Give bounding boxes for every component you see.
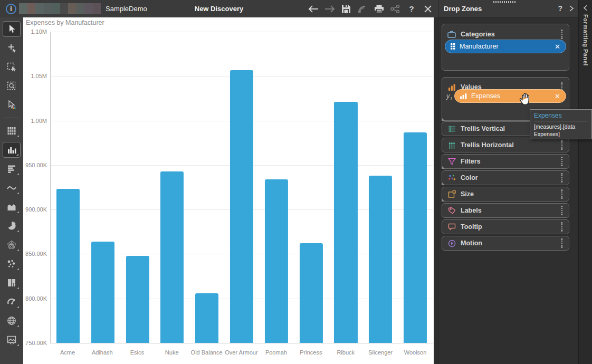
size-icon [447,190,456,198]
y-axis-tick-label: 1.05M [31,73,47,79]
tooltip-zone[interactable]: Tooltip [442,219,569,234]
back-icon[interactable] [308,3,319,15]
manufacturer-field-chip[interactable]: Manufacturer ✕ [445,40,566,53]
motion-kebab-icon[interactable] [558,238,566,247]
x-axis-label: Acme [50,349,85,357]
size-kebab-icon[interactable] [558,189,566,198]
expenses-remove-icon[interactable]: ✕ [555,93,560,100]
trellis-horizontal-icon [447,141,456,149]
line-chart-icon[interactable] [3,180,21,196]
forward-icon[interactable] [324,3,336,15]
labels-icon [447,206,456,215]
bar-ribuck[interactable] [334,102,357,343]
redacted-block [35,3,44,14]
help-icon[interactable]: ? [406,3,417,15]
values-icon [447,83,456,91]
panel-help-icon[interactable]: ? [558,4,562,13]
size-zone[interactable]: Size [442,187,569,202]
info-icon[interactable]: i [6,4,16,14]
horizontal-bar-chart-icon[interactable] [3,161,21,177]
filters-zone[interactable]: Filters [442,154,569,169]
categories-menu-kebab-icon[interactable] [558,30,566,39]
color-zone[interactable]: Color [442,170,569,185]
redacted-block [68,3,77,14]
y-axis-tick-label: 950.00K [25,162,47,168]
filters-kebab-icon[interactable] [558,157,566,166]
bar-old-balance[interactable] [195,293,218,343]
highlight-pointer-tool-icon[interactable] [3,97,21,113]
manufacturer-chip-label: Manufacturer [460,43,555,50]
bar-acme[interactable] [56,189,80,343]
radar-chart-icon[interactable] [3,237,21,253]
trellis-horizontal-kebab-icon[interactable] [558,140,566,149]
x-axis-label: Esics [120,349,155,357]
tooltip-icon [447,223,456,231]
map-chart-icon[interactable] [3,313,21,329]
y-axis-tick-label: 1.00M [31,118,47,124]
x-axis-label: Old Balance [189,349,224,357]
color-kebab-icon[interactable] [558,173,566,182]
bar-poomah[interactable] [265,179,288,343]
bar-princess[interactable] [300,243,323,343]
x-axis-label: Woolson [398,349,433,357]
app-label: SampleDemo [106,5,147,13]
panel-grip-handle-icon[interactable] [493,1,517,3]
save-icon[interactable] [340,3,352,15]
expenses-field-chip[interactable]: Expenses ✕ [454,89,566,103]
dimension-grid-icon [451,43,455,50]
feed-icon[interactable] [357,3,368,15]
trellis-vertical-icon [447,124,456,133]
toolbar-divider [4,118,19,118]
x-axis-label: Poomah [259,349,293,357]
bar-woolson[interactable] [404,132,427,343]
table-chart-icon[interactable] [3,123,21,139]
redacted-project-path [19,3,101,14]
tooltip-field-path: [measures].[data Expenses] [534,123,588,138]
marquee-select-tool-icon[interactable] [3,59,21,75]
share-icon[interactable] [389,3,401,15]
bar-nuke[interactable] [160,171,184,343]
trellis-horizontal-zone[interactable]: Trellis Horizontal [442,138,569,152]
color-icon [447,174,456,182]
bar-over-armour[interactable] [230,70,253,343]
categories-icon [447,30,456,39]
manufacturer-remove-icon[interactable]: ✕ [555,43,560,50]
bar-chart-icon[interactable] [3,142,21,158]
redacted-block [27,3,36,14]
scatter-chart-icon[interactable] [3,256,21,272]
zoom-select-tool-icon[interactable] [3,78,21,94]
y-axis-tick-label: 800.00K [25,295,47,302]
gauge-chart-icon[interactable] [3,294,21,310]
chart-canvas[interactable]: Expenses by Manufacturer 1.10M1.05M1.00M… [23,17,434,364]
print-icon[interactable] [373,3,385,15]
panel-collapse-chevron-right-icon[interactable] [569,5,574,12]
expenses-chip-label: Expenses [471,92,555,100]
redacted-block [19,3,27,14]
redacted-block [77,3,85,14]
pie-chart-icon[interactable] [3,218,21,234]
select-cursor-tool-icon[interactable] [3,21,21,37]
y-axis-tick-label: 750.00K [25,340,47,346]
motion-icon [447,239,456,247]
bar-slicenger[interactable] [369,176,392,343]
close-icon[interactable] [422,3,434,15]
chart-type-toolbar [0,17,23,364]
bar-adihash[interactable] [91,242,114,343]
treemap-chart-icon[interactable] [3,275,21,291]
x-axis-label: Slicenger [363,349,398,357]
categories-zone[interactable]: Categories Manufacturer ✕ [442,24,569,71]
tooltip-field-name: Expenses [534,112,588,121]
x-axis-label: Nuke [155,349,189,357]
image-chart-icon[interactable] [3,332,21,348]
motion-zone[interactable]: Motion [442,236,569,251]
formatting-panel-tab[interactable]: Formatting Panel [583,14,589,66]
area-chart-icon[interactable] [3,199,21,215]
bar-esics[interactable] [126,256,149,343]
labels-zone[interactable]: Labels [442,203,569,218]
trellis-horizontal-label: Trellis Horizontal [461,141,558,149]
tooltip-kebab-icon[interactable] [558,222,566,231]
formatting-panel-chevron-left-icon[interactable] [583,5,589,11]
add-pointer-tool-icon[interactable] [3,40,21,56]
filters-label: Filters [461,158,558,165]
labels-kebab-icon[interactable] [558,206,566,215]
